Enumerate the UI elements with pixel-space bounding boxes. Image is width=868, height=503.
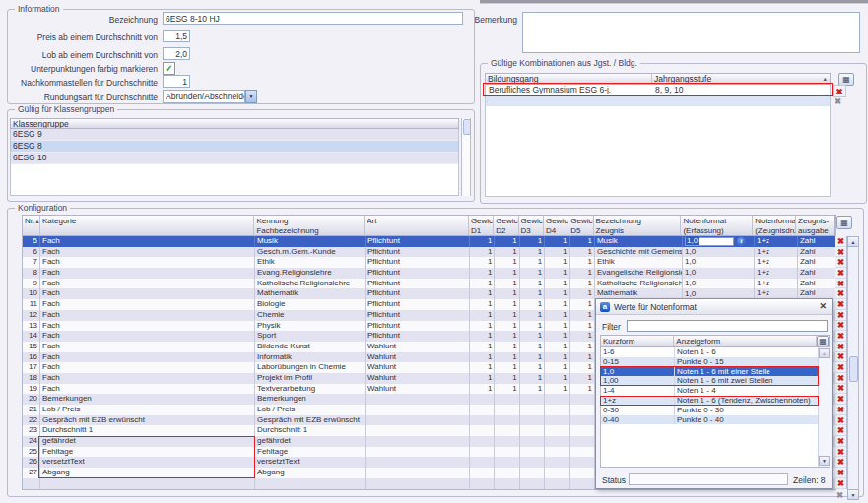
nachkommastellen-input[interactable]: 1 [163,75,190,88]
dialog-titlebar[interactable]: a Werte für Notenformat ✕ [596,299,832,315]
list-item[interactable]: 1,0Noten 1 - 6 mit einer Stelle [601,367,829,377]
table-row[interactable]: 9FachKatholische ReligionslehrePflichtun… [23,279,835,289]
column-header-bezeichnung-zeugnis[interactable]: Bezeichnung Zeugnis [594,216,682,235]
column-header-gewicht-d1[interactable]: Gewicht D1 [469,216,494,235]
delete-row-button[interactable]: ✖ [835,457,846,468]
list-item[interactable]: 1+zNoten 1 - 6 (Tendenz, Zwischennoten) [601,396,829,406]
delete-row-button[interactable]: ✖ [835,447,846,458]
column-header-gewicht-d3[interactable]: Gewicht D3 [519,216,544,235]
delete-row-button[interactable]: ✖ [835,288,846,299]
list-item[interactable]: 1,00Noten 1 - 6 mit zwei Stellen [601,376,829,386]
delete-row-button[interactable]: ✖ [835,331,846,342]
table-row[interactable]: 6FachGesch.m.Gem.-KundePflichtunt11111Ge… [23,247,835,258]
grid-icon: ▦ [842,75,850,84]
bemerkung-textarea[interactable] [522,12,860,53]
column-header-klassengruppe[interactable]: Klassengruppe [11,119,458,128]
cell-notenformat-zeugnisdruck: 1+z [755,236,798,247]
delete-row-button[interactable]: ✖ [835,425,846,436]
delete-row-button[interactable]: ✖ [835,478,846,489]
cell-gewicht-d3: 1 [520,236,545,247]
scroll-up-button[interactable]: ▲ [847,236,859,247]
list-item[interactable]: 1-6Noten 1 - 6 [601,347,829,357]
column-header-notenformat-zeugnisdruck[interactable]: Notenformat (Zeugnisdruck) [753,216,796,235]
delete-row-button[interactable]: ✖ [835,468,846,478]
kombinationen-empty-row[interactable] [486,95,830,106]
list-item[interactable]: 0-40Punkte 0 - 40 [601,415,829,425]
delete-row-button[interactable]: ✖ [835,415,846,426]
column-header-art[interactable]: Art [365,216,469,235]
rundungsart-select[interactable]: Abrunden/Abschneiden [163,90,245,103]
scroll-up-button[interactable]: ▲ [819,348,830,358]
scroll-down-button[interactable]: ▼ [847,489,859,500]
list-item[interactable]: 6ESG 8 [11,141,458,153]
delete-row-button[interactable]: ✖ [835,236,846,247]
cell-kennung: Projekt im Profil [255,373,366,384]
list-item[interactable]: 0-30Punkte 0 - 30 [601,406,829,415]
notenformat-scroll-strip[interactable]: ▲ ▼ [818,347,831,467]
cell-nr: 17 [23,362,40,373]
cell-nr: 18 [23,373,40,384]
scrollbar-thumb[interactable] [849,356,858,382]
delete-row-button[interactable]: ✖ [835,342,846,352]
column-header-nr[interactable]: Nr. ▲ [23,216,40,235]
notenformat-rows: 1-6Noten 1 - 60-15Punkte 0 - 151,0Noten … [601,347,829,424]
delete-row-button[interactable]: ✖ [835,394,846,405]
column-header-jahrgangsstufe[interactable]: Jahrgangsstufe ▲ [652,74,830,84]
delete-row-button[interactable]: ✖ [835,310,846,321]
list-item[interactable]: 1-4Noten 1 - 4 [601,386,829,396]
delete-row-button[interactable]: ✖ [835,362,846,373]
preis-input[interactable]: 1,5 [163,30,190,42]
konfiguration-header[interactable]: Nr. ▲ Kategorie Kennung Fachbezeichnung … [22,215,835,236]
cell-notenformat-zeugnisdruck: 1+z [755,247,798,258]
list-item[interactable]: 0-15Punkte 0 - 15 [601,357,829,367]
column-header-bildungsgang[interactable]: Bildungsgang [486,74,652,84]
delete-row-button[interactable]: ✖ [835,405,846,415]
delete-row-button[interactable]: ✖ [835,436,846,447]
cell-gewicht-d1: 1 [470,288,495,299]
column-header-notenformat-erfassung[interactable]: Notenformat (Erfassung) [681,216,753,235]
klassengruppen-header[interactable]: Klassengruppe [10,118,459,129]
column-header-kategorie[interactable]: Kategorie [40,216,254,235]
unterpunktungen-checkbox[interactable]: ✓ [163,62,175,75]
close-icon[interactable]: ✕ [819,301,827,311]
delete-row-button[interactable]: ✖ [835,384,846,395]
list-item[interactable]: 6ESG 10 [11,153,458,164]
table-row[interactable]: 7FachEthikPflichtunt11111Ethik1,01+zZahl [23,257,835,268]
delete-row-button[interactable]: ✖ [835,373,846,384]
column-header-gewicht-d5[interactable]: Gewicht D5 [568,216,593,235]
konfiguration-column-chooser-button[interactable]: ▦ [836,216,852,229]
konfiguration-scrollbar[interactable] [847,247,859,489]
column-header-gewicht-d2[interactable]: Gewicht D2 [494,216,518,235]
column-header-kurzform[interactable]: Kurzform [601,336,674,346]
filter-input[interactable] [627,320,828,332]
cell-kurzform: 1-4 [601,386,675,396]
delete-row-button[interactable]: ✖ [835,352,846,363]
delete-row-button[interactable]: ✖ [835,299,846,310]
table-row[interactable]: Berufliches Gymnasium ESG 6-j.8, 9, 10 [486,85,830,95]
delete-row-button[interactable]: ✖ [835,321,846,332]
table-row[interactable]: 8FachEvang.ReligionslehrePflichtunt11111… [23,268,835,279]
column-header-anzeigeform[interactable]: Anzeigeform [674,336,817,346]
delete-row-button[interactable]: ✖ [835,247,846,258]
rundungsart-dropdown-button[interactable]: ▼ [245,90,257,103]
delete-row-button[interactable]: ✖ [835,268,846,279]
cell-gewicht-d3: 1 [520,331,545,342]
notenformat-editor-input[interactable]: 1,0 [685,237,734,246]
info-icon[interactable]: i [737,237,746,246]
column-header-kennung[interactable]: Kennung Fachbezeichnung [254,216,365,235]
scrollbar-thumb[interactable] [463,119,471,135]
table-row[interactable]: 5FachMusikPflichtunt11111Musik1,0i1+zZah… [23,236,835,247]
sort-asc-icon: ▲ [823,75,828,83]
lob-input[interactable]: 2,0 [163,47,190,60]
delete-row-button[interactable]: ✖ [835,257,846,268]
column-header-gewicht-d4[interactable]: Gewicht D4 [544,216,568,235]
delete-row-button[interactable]: ✖ [835,279,846,289]
column-header-zeugnisausgabe[interactable]: Zeugnis- ausgabe [796,216,834,235]
notenformat-header[interactable]: Kurzform Anzeigeform ▦ [600,335,830,347]
kombinationen-header[interactable]: Bildungsgang Jahrgangsstufe ▲ [485,73,831,85]
notenformat-column-chooser-button[interactable]: ▦ [817,336,829,346]
list-item[interactable]: 6ESG 9 [11,129,458,141]
cell-gewicht-d3: 1 [520,321,545,332]
scroll-down-button[interactable]: ▼ [819,456,830,466]
klassengruppen-scrollbar[interactable] [461,118,471,196]
